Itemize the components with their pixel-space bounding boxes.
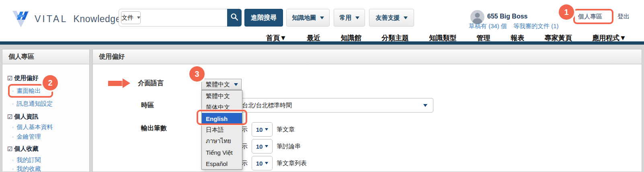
caret-down-icon bbox=[265, 145, 268, 147]
brand-name-secondary: Knowledge bbox=[74, 14, 121, 24]
caret-down-icon bbox=[137, 16, 140, 19]
bullet-icon: ◦ bbox=[12, 157, 14, 163]
personal-area-link[interactable]: 個人專區 bbox=[578, 13, 602, 20]
caret-down-icon bbox=[404, 16, 408, 19]
badge-2-number: 2 bbox=[48, 78, 52, 88]
search-icon bbox=[230, 12, 239, 23]
sidebar-panel: 個人專區 ☑ 使用偏好 ◦ 畫面輸出 2 ◦ 訊息通知設定 ☑ 個人資訊 ◦ 個… bbox=[2, 49, 90, 172]
sidebar-section-label: 個人收藏 bbox=[14, 145, 38, 153]
bullet-icon: ◦ bbox=[12, 134, 14, 140]
support-label: 友善支援 bbox=[376, 14, 400, 22]
language-option-vietnamese[interactable]: Tiếng Việt bbox=[202, 147, 242, 158]
output-suffix: 筆文章列表 bbox=[277, 160, 307, 167]
sidebar-item-label: 我的訂閱 bbox=[17, 156, 41, 164]
sidebar-item-key-management[interactable]: ◦ 金鑰管理 bbox=[12, 133, 41, 141]
language-option-traditional-chinese[interactable]: 繁體中文 bbox=[202, 90, 242, 102]
article-list-count-select[interactable]: 10 bbox=[252, 156, 273, 170]
user-name: 655 Big Boss bbox=[487, 13, 527, 20]
pending-review-link[interactable]: 等我審的文件 (1) bbox=[513, 23, 559, 30]
language-select[interactable]: 繁體中文 bbox=[201, 79, 242, 90]
sidebar-item-screen-output[interactable]: ◦ 畫面輸出 bbox=[12, 87, 41, 95]
common-label: 常用 bbox=[340, 14, 352, 22]
count-value: 10 bbox=[256, 143, 263, 150]
badge-3-number: 3 bbox=[195, 70, 199, 79]
language-option-japanese[interactable]: 日本語 bbox=[202, 124, 242, 135]
language-option-simplified-chinese[interactable]: 简体中文 bbox=[202, 102, 242, 113]
output-row-article-list: 顯示 10 筆文章列表 bbox=[236, 156, 307, 170]
annotation-arrow-icon bbox=[123, 78, 130, 88]
timezone-label: 時區 bbox=[141, 101, 154, 110]
app-root: VITAL Knowledge 文件 進階搜尋 知識地圖 常用 友善支援 bbox=[0, 0, 644, 172]
support-menu-button[interactable]: 友善支援 bbox=[369, 9, 414, 27]
count-value: 10 bbox=[256, 160, 263, 167]
search-button[interactable] bbox=[227, 9, 242, 27]
bullet-icon: ◦ bbox=[12, 166, 14, 172]
output-count-label: 輸出筆數 bbox=[141, 124, 167, 133]
language-option-spanish[interactable]: Español bbox=[202, 158, 242, 169]
brand-name-primary: VITAL bbox=[35, 14, 68, 24]
output-row-threads: 顯示 10 筆討論串 bbox=[236, 139, 301, 154]
caret-down-icon bbox=[320, 16, 324, 19]
main-panel: 使用偏好 介面語言 3 繁體中文 繁體中文 简体中文 English 日本語 ภ… bbox=[92, 49, 642, 172]
search-scope-label: 文件 bbox=[121, 14, 133, 22]
sidebar-item-label: 我的收藏 bbox=[17, 165, 41, 172]
language-selected-value: 繁體中文 bbox=[206, 81, 234, 88]
sidebar-item-notification-settings[interactable]: ◦ 訊息通知設定 bbox=[12, 100, 53, 108]
logout-link[interactable]: 登出 bbox=[617, 13, 630, 20]
sidebar-section-personal-collection: ☑ 個人收藏 bbox=[7, 145, 38, 153]
thread-count-select[interactable]: 10 bbox=[252, 139, 273, 154]
caret-down-icon bbox=[265, 162, 268, 164]
bullet-icon: ◦ bbox=[12, 101, 14, 107]
search-bar: 文件 bbox=[119, 9, 242, 27]
sidebar-section-personal-info: ☑ 個人資訊 bbox=[7, 113, 38, 121]
caret-down-icon bbox=[265, 128, 268, 131]
sidebar-item-my-collection[interactable]: ◦ 我的收藏 bbox=[12, 165, 41, 172]
article-count-select[interactable]: 10 bbox=[252, 122, 273, 137]
sidebar-item-label: 個人基本資料 bbox=[17, 123, 53, 131]
badge-1-number: 1 bbox=[564, 8, 568, 17]
output-suffix: 筆討論串 bbox=[277, 143, 301, 150]
main-panel-title: 使用偏好 bbox=[93, 49, 642, 64]
annotation-badge-1: 1 bbox=[559, 4, 574, 20]
nav-underline-bar bbox=[0, 41, 644, 45]
sidebar-section-preferences: ☑ 使用偏好 bbox=[7, 74, 38, 82]
caret-down-icon bbox=[355, 16, 359, 19]
sidebar-item-label: 畫面輸出 bbox=[17, 87, 41, 95]
caret-down-icon bbox=[423, 104, 427, 107]
language-dropdown-list: 繁體中文 简体中文 English 日本語 ภาษาไทย Tiếng Việt… bbox=[201, 90, 242, 170]
bullet-icon: ◦ bbox=[12, 88, 14, 94]
advanced-search-label: 進階搜尋 bbox=[251, 14, 277, 22]
language-option-thai[interactable]: ภาษาไทย bbox=[202, 135, 242, 147]
sidebar-section-label: 個人資訊 bbox=[14, 113, 38, 121]
clipboard-check-icon: ☑ bbox=[7, 75, 12, 82]
annotation-arrow-icon bbox=[108, 81, 123, 86]
language-option-english[interactable]: English bbox=[202, 113, 242, 124]
language-label: 介面語言 bbox=[138, 79, 164, 88]
common-menu-button[interactable]: 常用 bbox=[334, 9, 365, 27]
output-row-articles: 顯示 10 筆文章 bbox=[236, 122, 295, 137]
sidebar-title: 個人專區 bbox=[2, 49, 89, 64]
sidebar-item-my-subscriptions[interactable]: ◦ 我的訂閱 bbox=[12, 156, 41, 164]
clipboard-check-icon: ☑ bbox=[7, 113, 12, 121]
sidebar-item-basic-profile[interactable]: ◦ 個人基本資料 bbox=[12, 123, 53, 131]
user-doc-links: 草稿有 (34) 個 等我審的文件 (1) bbox=[469, 23, 559, 30]
drafts-link[interactable]: 草稿有 (34) 個 bbox=[469, 23, 507, 30]
annotation-badge-3: 3 bbox=[189, 66, 205, 82]
search-input[interactable] bbox=[141, 10, 227, 25]
advanced-search-button[interactable]: 進階搜尋 bbox=[244, 9, 283, 27]
search-scope-select[interactable]: 文件 bbox=[121, 11, 141, 24]
sidebar-section-label: 使用偏好 bbox=[14, 74, 38, 82]
annotation-badge-2: 2 bbox=[43, 75, 58, 90]
brand-name: VITAL Knowledge bbox=[35, 14, 121, 25]
knowledge-map-menu-button[interactable]: 知識地圖 bbox=[286, 9, 330, 27]
bullet-icon: ◦ bbox=[12, 124, 14, 130]
clipboard-check-icon: ☑ bbox=[7, 145, 12, 153]
knowledge-map-label: 知識地圖 bbox=[292, 14, 316, 22]
brand-logo-icon bbox=[11, 10, 31, 30]
caret-down-icon bbox=[234, 83, 238, 86]
sidebar-item-label: 金鑰管理 bbox=[17, 133, 41, 141]
output-suffix: 筆文章 bbox=[277, 126, 295, 133]
sidebar-item-label: 訊息通知設定 bbox=[17, 100, 53, 108]
count-value: 10 bbox=[256, 126, 263, 133]
